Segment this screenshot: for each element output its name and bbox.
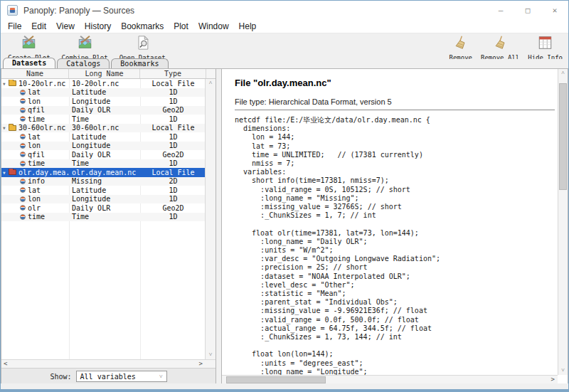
file-title: File "olr.day.mean.nc" [235, 78, 555, 88]
cell-type: 2D [140, 177, 206, 185]
cell-long-name: Latitude [69, 88, 140, 96]
table-row[interactable]: latLatitude1D [1, 132, 206, 142]
cell-type: 1D [140, 133, 206, 141]
row-name-label: lon [28, 97, 41, 105]
remove-all-button[interactable]: Remove All [481, 33, 519, 59]
minimize-icon[interactable]: — [487, 1, 514, 20]
cell-name: ▼30-60olr.nc [1, 124, 69, 132]
close-icon[interactable]: ✕ [541, 1, 568, 20]
row-name-label: lat [28, 186, 41, 194]
cell-name: time [1, 213, 69, 221]
table-row[interactable]: qfilDaily OLRGeo2D [1, 150, 206, 159]
cell-type: Local File [140, 169, 206, 176]
window-bottom-border [1, 389, 568, 391]
menu-item-bookmarks[interactable]: Bookmarks [116, 21, 169, 31]
column-header-long-name[interactable]: Long Name [69, 69, 140, 78]
menu-item-plot[interactable]: Plot [169, 21, 193, 31]
cell-name: info [1, 177, 69, 185]
table-row[interactable]: ▼olr.day.mea...olr.day.mean.ncLocal File [1, 168, 206, 177]
hide-info-button[interactable]: Hide Info [528, 33, 563, 59]
title-bar[interactable]: Panoply: Panoply — Sources — □ ✕ [1, 1, 568, 20]
column-header-type[interactable]: Type [140, 69, 206, 78]
cell-long-name: olr.day.mean.nc [69, 169, 140, 176]
show-variables-value: All variables [80, 373, 136, 381]
row-name-label: lon [28, 142, 41, 149]
scrollbar-thumb[interactable] [226, 376, 326, 383]
row-name-label: lat [28, 133, 41, 141]
remove-button[interactable]: Remove [450, 33, 473, 59]
expand-triangle-icon[interactable]: ▼ [3, 125, 9, 130]
row-name-label: 10-20olr.nc [18, 80, 65, 88]
table-row[interactable]: latLatitude1D [1, 186, 206, 195]
column-header-spacer [206, 69, 216, 78]
panoply-sources-window: Panoply: Panoply — Sources — □ ✕ FileEdi… [0, 0, 569, 392]
split-pane-divider[interactable] [216, 69, 221, 385]
scroll-right-icon[interactable]: > [199, 360, 203, 368]
cell-long-name: Daily OLR [69, 106, 140, 114]
menu-item-history[interactable]: History [80, 21, 116, 31]
table-row[interactable]: lonLongitude1D [1, 97, 206, 106]
cell-long-name: Longitude [69, 195, 140, 203]
dataset-icon [9, 80, 16, 86]
cell-type: 1D [140, 213, 206, 221]
variable-icon [20, 161, 26, 166]
scroll-left-icon[interactable]: < [4, 360, 7, 368]
show-variables-dropdown[interactable]: All variables ˅ [76, 371, 167, 382]
menu-item-edit[interactable]: Edit [26, 21, 51, 31]
row-name-label: olr.day.mea... [18, 169, 69, 176]
menu-item-view[interactable]: View [51, 21, 80, 31]
row-name-label: time [28, 213, 45, 221]
scroll-down-icon[interactable]: ˅ [206, 351, 216, 359]
table-row[interactable]: ▼30-60olr.nc30-60olr.ncLocal File [1, 124, 206, 133]
menu-item-help[interactable]: Help [234, 21, 262, 31]
scroll-up-icon[interactable]: ˄ [558, 70, 568, 77]
cell-long-name: Daily OLR [69, 151, 140, 159]
scrollbar-thumb[interactable] [559, 83, 567, 190]
cell-name: lon [1, 97, 69, 105]
scroll-down-icon[interactable]: ˅ [558, 367, 568, 374]
variable-icon [20, 143, 26, 149]
toolbar: Create PlotCombine PlotOpen Dataset Remo… [1, 33, 568, 59]
toolbar-left-group: Create PlotCombine PlotOpen Dataset [1, 33, 166, 59]
variable-icon [20, 196, 26, 202]
window-title: Panoply: Panoply — Sources [23, 6, 134, 16]
app-icon [7, 5, 18, 16]
expand-triangle-icon[interactable]: ▼ [3, 81, 9, 86]
table-row[interactable]: qfilDaily OLRGeo2D [1, 106, 206, 115]
scroll-up-icon[interactable]: ˄ [206, 80, 216, 87]
show-bar: Show: All variables ˅ [1, 368, 216, 384]
cell-name: lat [1, 133, 69, 141]
column-header-name[interactable]: Name [1, 69, 69, 78]
hide-info-icon [537, 35, 553, 53]
table-row[interactable]: timeTime1D [1, 213, 206, 222]
remove-all-icon [492, 35, 509, 53]
menu-item-window[interactable]: Window [193, 21, 234, 31]
cell-type: Local File [140, 124, 206, 132]
tree-horizontal-scrollbar[interactable]: < > [1, 359, 216, 368]
menu-bar: FileEditViewHistoryBookmarksPlotWindowHe… [1, 20, 568, 33]
table-row[interactable]: latLatitude1D [1, 88, 206, 97]
cell-type: 1D [140, 186, 206, 194]
combine-plot-button[interactable]: Combine Plot [62, 33, 108, 59]
tab-bookmarks[interactable]: Bookmarks [111, 58, 168, 68]
variable-icon [20, 152, 26, 157]
tree-vertical-scrollbar[interactable]: ˄ ˅ [205, 79, 216, 359]
create-plot-button[interactable]: Create Plot [8, 33, 50, 59]
cell-name: lat [1, 186, 69, 194]
cell-long-name: Time [69, 159, 140, 167]
table-row[interactable]: ▼10-20olr.nc10-20olr.ncLocal File [1, 79, 206, 88]
tab-datasets[interactable]: Datasets [3, 58, 55, 68]
table-row[interactable]: lonLongitude1D [1, 142, 206, 151]
table-row[interactable]: infoMissing2D [1, 177, 206, 186]
table-row[interactable]: olrDaily OLRGeo2D [1, 203, 206, 213]
menu-item-file[interactable]: File [3, 21, 26, 31]
table-row[interactable]: timeTime1D [1, 115, 206, 124]
table-row[interactable]: timeTime1D [1, 159, 206, 169]
scroll-right-icon[interactable]: > [551, 376, 555, 383]
expand-triangle-icon[interactable]: ▼ [3, 170, 9, 175]
info-vertical-scrollbar[interactable]: ˄ ˅ [558, 69, 568, 375]
maximize-icon[interactable]: □ [514, 1, 541, 20]
table-row[interactable]: lonLongitude1D [1, 195, 206, 204]
tab-catalogs[interactable]: Catalogs [57, 58, 110, 68]
open-dataset-button[interactable]: Open Dataset [119, 33, 166, 59]
